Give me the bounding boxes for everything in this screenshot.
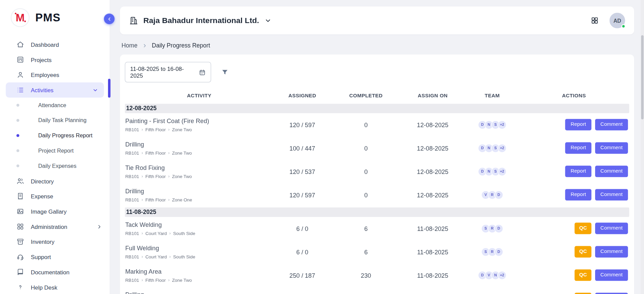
- comment-button[interactable]: Comment: [595, 142, 628, 154]
- qc-button[interactable]: QC: [575, 270, 591, 281]
- sidebar-subitem-daily-progress-report[interactable]: Daily Progress Report: [0, 128, 110, 143]
- path-segment: Fifth Floor: [145, 127, 166, 132]
- app-logo: M: [11, 8, 30, 27]
- sidebar-collapse-button[interactable]: [104, 14, 114, 24]
- chevron-right-icon: ›: [142, 255, 143, 259]
- active-menu-indicator: [108, 79, 110, 98]
- comment-button[interactable]: Comment: [595, 246, 628, 257]
- assigned-value: 6 / 0: [274, 225, 331, 232]
- qc-button[interactable]: QC: [575, 223, 591, 234]
- path-segment: RB101: [125, 254, 139, 259]
- sidebar-subitem-label: Project Report: [38, 148, 74, 154]
- row-actions: QC Comment: [520, 293, 629, 294]
- team-more-badge: +2: [498, 144, 506, 152]
- table-row: Tack Welding RB101›Court Yard›South Side…: [125, 217, 629, 240]
- sidebar-item-support[interactable]: Support: [0, 249, 110, 264]
- path-segment: RB101: [125, 231, 139, 236]
- chevron-right-icon: ›: [168, 128, 169, 132]
- sidebar-nav: Dashboard Projects Employees Activities …: [0, 37, 110, 294]
- avatar-initials: AD: [613, 17, 621, 23]
- row-actions: QC Comment: [520, 246, 629, 257]
- assigned-value: 250 / 187: [274, 272, 331, 279]
- sidebar-item-documentation[interactable]: Documentation: [0, 264, 110, 280]
- sidebar-subitem-daily-task-planning[interactable]: Daily Task Planning: [0, 113, 110, 128]
- sidebar-item-inventory[interactable]: Inventory: [0, 234, 110, 249]
- building-icon: [129, 16, 138, 25]
- path-segment: Fifth Floor: [145, 174, 166, 179]
- sidebar-item-label: Dashboard: [31, 41, 59, 48]
- chevron-right-icon: ›: [142, 128, 143, 132]
- comment-button[interactable]: Comment: [595, 166, 628, 177]
- table-row: Full Welding RB101›Court Yard›South Side…: [125, 240, 629, 264]
- sidebar-subitem-label: Daily Task Planning: [38, 117, 87, 123]
- activity-path: RB101›Court Yard›South Side: [125, 254, 274, 259]
- report-card: 11-08-2025 to 16-08-2025 ACTIVITY ASSIGN…: [120, 55, 634, 294]
- bullet-icon: [16, 134, 19, 137]
- report-button[interactable]: Report: [565, 119, 591, 130]
- sidebar-subitem-attendance[interactable]: Attendance: [0, 98, 110, 113]
- sidebar-item-activities[interactable]: Activities: [6, 82, 104, 98]
- chevron-right-icon: ›: [142, 151, 143, 155]
- report-button[interactable]: Report: [565, 189, 591, 200]
- breadcrumb: Home Daily Progress Report: [122, 42, 632, 49]
- report-button[interactable]: Report: [565, 142, 591, 154]
- comment-button[interactable]: Comment: [595, 119, 628, 130]
- scrollbar-thumb[interactable]: [641, 35, 643, 119]
- date-range-input[interactable]: 11-08-2025 to 16-08-2025: [125, 62, 211, 82]
- chevron-right-icon: ›: [142, 198, 143, 202]
- assigned-value: 120 / 537: [274, 168, 331, 175]
- sidebar-subitem-daily-expenses[interactable]: Daily Expenses: [0, 158, 110, 174]
- sidebar-item-directory[interactable]: Directory: [0, 173, 110, 189]
- activity-path: RB101›Fifth Floor›Zone Two: [125, 278, 274, 283]
- path-segment: Fifth Floor: [145, 278, 166, 283]
- table-row: Drilling RB101›Fifth Floor›Zone Two 120 …: [125, 287, 629, 294]
- assign-on-date: 12-08-2025: [401, 121, 465, 128]
- chevron-right-icon: ›: [142, 278, 143, 282]
- qc-button[interactable]: QC: [575, 293, 591, 294]
- sidebar-item-label: Support: [31, 254, 51, 260]
- sidebar-item-administration[interactable]: Administration: [0, 219, 110, 234]
- path-segment: RB101: [125, 151, 139, 156]
- sidebar-item-expense[interactable]: Expense: [0, 189, 110, 204]
- sidebar-item-projects[interactable]: Projects: [0, 52, 110, 67]
- person-icon: [16, 71, 24, 79]
- topbar-actions: AD: [591, 13, 625, 28]
- table-row: Drilling RB101›Fifth Floor›Zone One 120 …: [125, 183, 629, 207]
- avatar[interactable]: AD: [609, 13, 625, 28]
- completed-value: 0: [331, 121, 401, 128]
- assigned-value: 100 / 447: [274, 144, 331, 152]
- row-actions: Report Comment: [520, 142, 629, 154]
- activity-path: RB101›Court Yard›South Side: [125, 231, 274, 236]
- report-button[interactable]: Report: [565, 166, 591, 177]
- path-segment: Fifth Floor: [145, 197, 166, 202]
- comment-button[interactable]: Comment: [595, 189, 628, 200]
- comment-button[interactable]: Comment: [595, 270, 628, 281]
- apps-grid-icon[interactable]: [591, 16, 599, 24]
- chevron-right-icon: ›: [168, 151, 169, 155]
- sidebar-item-label: Expense: [31, 193, 53, 199]
- comment-button[interactable]: Comment: [595, 223, 628, 234]
- path-segment: Court Yard: [145, 231, 167, 236]
- activity-title: Drilling: [125, 291, 274, 294]
- qc-button[interactable]: QC: [575, 246, 591, 257]
- team-avatars: DNS+2: [464, 144, 520, 152]
- sidebar-item-dashboard[interactable]: Dashboard: [0, 37, 110, 52]
- company-selector[interactable]: Raja Bahadur International Ltd.: [129, 16, 272, 25]
- online-status-dot: [621, 24, 625, 28]
- activity-title: Tie Rod Fixing: [125, 164, 274, 171]
- chevron-right-icon: ›: [169, 255, 171, 259]
- chevron-down-icon: [264, 17, 272, 24]
- sidebar-item-label: Employees: [31, 72, 59, 78]
- bullet-icon: [16, 164, 19, 167]
- comment-button[interactable]: Comment: [595, 293, 628, 294]
- sidebar-item-help-desk[interactable]: Help Desk: [0, 280, 110, 294]
- sidebar-item-employees[interactable]: Employees: [0, 67, 110, 82]
- filter-icon[interactable]: [221, 68, 229, 76]
- team-avatars: SRD: [464, 224, 520, 233]
- sidebar-item-image-gallery[interactable]: Image Gallary: [0, 204, 110, 219]
- sidebar-subitem-project-report[interactable]: Project Report: [0, 143, 110, 158]
- team-avatars: DNS+2: [464, 120, 520, 129]
- scrollbar-track[interactable]: [641, 0, 644, 294]
- breadcrumb-home[interactable]: Home: [122, 42, 137, 49]
- activity-title: Painting - First Coat (Fire Red): [125, 117, 274, 124]
